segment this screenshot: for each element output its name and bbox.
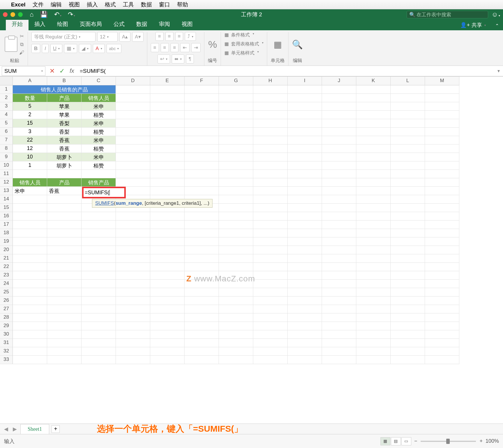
cell[interactable] [253,85,288,94]
cell[interactable] [47,347,82,356]
cell[interactable] [322,178,356,187]
col-header[interactable]: I [288,77,322,85]
row-header[interactable]: 10 [0,161,13,170]
cell[interactable] [116,221,150,229]
cell[interactable] [116,153,150,161]
cell[interactable]: 销售人员 [82,94,116,102]
row-header[interactable]: 26 [0,297,13,305]
cell[interactable] [185,102,219,111]
cell[interactable] [13,170,47,178]
cell[interactable] [288,297,322,305]
cell[interactable] [82,288,116,297]
cell[interactable] [253,170,288,178]
cell[interactable] [391,280,425,288]
cell[interactable] [288,178,322,187]
cell[interactable] [253,322,288,330]
row-header[interactable]: 20 [0,246,13,254]
editing-cell[interactable]: =SUMIFS( [82,187,126,198]
cell[interactable] [253,297,288,305]
zoom-in-icon[interactable]: + [479,438,483,444]
cell[interactable] [150,229,185,237]
cell[interactable] [185,229,219,237]
cell[interactable] [219,144,253,153]
cell[interactable] [219,153,253,161]
cell[interactable] [356,356,391,364]
cell[interactable] [82,221,116,229]
cell[interactable] [185,119,219,128]
cell[interactable] [356,347,391,356]
cell[interactable] [356,280,391,288]
cell[interactable] [150,263,185,271]
cell[interactable]: 米申 [82,119,116,128]
cell[interactable] [253,330,288,339]
sheet-prev-icon[interactable]: ◀ [3,426,9,432]
cell[interactable] [253,246,288,254]
cell[interactable] [116,330,150,339]
cell[interactable] [425,128,459,136]
cell[interactable] [425,280,459,288]
cell[interactable] [47,263,82,271]
cell[interactable] [288,305,322,313]
menu-view[interactable]: 视图 [69,1,80,8]
cell[interactable] [185,237,219,246]
cell[interactable] [253,221,288,229]
cell[interactable] [13,229,47,237]
phonetic-button[interactable]: abc▾ [107,44,122,53]
cell[interactable] [322,305,356,313]
formula-input[interactable]: =SUMIFS( [77,68,494,74]
row-header[interactable]: 12 [0,178,13,187]
cell[interactable]: 香蕉 [47,136,82,144]
save-icon[interactable]: 💾 [40,11,48,18]
row-header[interactable]: 14 [0,195,13,204]
cell[interactable] [82,280,116,288]
cell[interactable] [356,339,391,347]
cell[interactable] [150,305,185,313]
cell[interactable] [288,144,322,153]
row-header[interactable]: 4 [0,111,13,119]
cell[interactable] [425,111,459,119]
cell[interactable] [288,187,322,195]
wrap-text-icon[interactable]: ↩▾ [157,54,170,64]
cell[interactable] [116,271,150,280]
zoom-out-icon[interactable]: − [414,438,417,444]
cell[interactable] [116,254,150,263]
cell[interactable] [425,187,459,195]
cell[interactable]: 销售人员销售的产品 [13,85,116,94]
cell[interactable] [253,280,288,288]
cell[interactable] [391,111,425,119]
cell[interactable] [253,288,288,297]
align-middle-icon[interactable]: ≡ [165,32,173,41]
cell[interactable] [288,347,322,356]
row-header[interactable]: 15 [0,204,13,212]
cell[interactable] [13,195,47,204]
cell[interactable] [391,187,425,195]
menu-file[interactable]: 文件 [33,1,44,8]
cell[interactable] [150,94,185,102]
merge-icon[interactable]: ⬌▾ [172,54,184,64]
formula-expand-icon[interactable]: ▾ [494,68,503,74]
cell[interactable] [185,305,219,313]
cell[interactable] [356,237,391,246]
cell[interactable] [322,128,356,136]
zoom-level[interactable]: 100% [486,438,499,444]
cell[interactable] [288,221,322,229]
cell[interactable] [150,119,185,128]
tab-formulas[interactable]: 公式 [108,19,130,30]
cell[interactable] [219,297,253,305]
cell[interactable] [391,153,425,161]
cell[interactable] [322,271,356,280]
cell[interactable] [425,136,459,144]
cell[interactable] [391,246,425,254]
tab-data[interactable]: 数据 [130,19,153,30]
cell[interactable] [219,136,253,144]
cell[interactable] [253,187,288,195]
shrink-font-icon[interactable]: A▾ [132,32,143,42]
cell[interactable] [13,237,47,246]
paste-icon[interactable] [5,37,17,52]
cell[interactable] [288,263,322,271]
cell[interactable] [391,94,425,102]
cell[interactable] [82,356,116,364]
row-header[interactable]: 9 [0,153,13,161]
cell[interactable] [288,195,322,204]
row-header[interactable]: 5 [0,119,13,128]
